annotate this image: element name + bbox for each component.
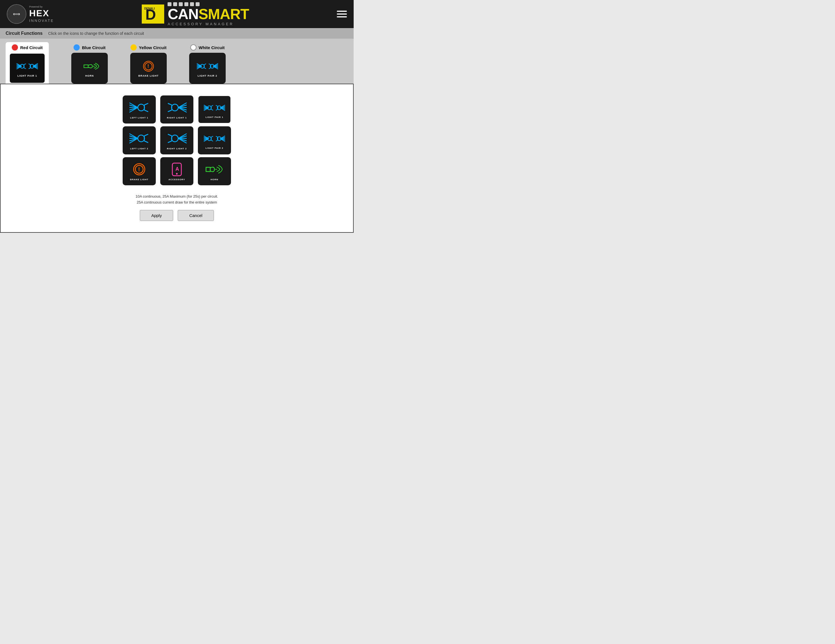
cansmart-text: CAN SMART ACCESSORY MANAGER (167, 2, 249, 26)
action-buttons: Apply Cancel (6, 210, 348, 221)
left-light-1-icon (128, 100, 150, 115)
blue-circuit-label: Blue Circuit (73, 44, 106, 50)
svg-line-54 (168, 110, 172, 112)
function-row-3: ! BRAKE LIGHT A ACCESSORY (123, 157, 231, 185)
white-dot (190, 44, 197, 50)
cansmart-logo: D DENALI CAN SMART ACCESSORY MANAGER (142, 2, 249, 26)
blue-circuit-card: HORN (71, 53, 108, 84)
tab-yellow-circuit[interactable]: Yellow Circuit ! BRAKE LIGHT (130, 44, 167, 84)
svg-point-83 (138, 135, 145, 142)
left-light-2-label: LEFT LIGHT 2 (130, 147, 148, 150)
svg-line-103 (211, 136, 213, 137)
left-light-1-card[interactable]: LEFT LIGHT 1 (123, 96, 156, 124)
light-pair-1-func-label: LIGHT PAIR 1 (205, 116, 223, 119)
svg-line-36 (209, 68, 211, 69)
blue-circuit-text: Blue Circuit (82, 45, 106, 50)
horn-icon-blue (80, 59, 99, 73)
svg-line-90 (168, 141, 172, 143)
light-pair-2-func-icon (203, 132, 226, 146)
tab-red-circuit-wrapper: Red Circuit (6, 42, 49, 84)
hex-brand-text: Powered by HEX INNOVATE (29, 5, 54, 23)
light-pair-1-card[interactable]: LIGHT PAIR 1 (198, 96, 231, 124)
svg-line-86 (144, 141, 148, 143)
hex-logo-circle: ⟺ (7, 4, 26, 24)
svg-point-47 (138, 104, 145, 111)
svg-line-71 (216, 105, 218, 106)
yellow-circuit-text: Yellow Circuit (139, 45, 166, 50)
left-light-2-card[interactable]: LEFT LIGHT 2 (123, 126, 156, 154)
svg-line-49 (144, 103, 148, 105)
circuit-functions-desc: Click on the icons to change the functio… (48, 31, 144, 36)
brake-light-func-icon: ! (129, 162, 149, 177)
dots-decoration (167, 2, 200, 6)
svg-line-10 (24, 64, 26, 65)
white-circuit-text: White Circuit (199, 45, 225, 50)
cancel-button[interactable]: Cancel (178, 210, 214, 221)
apply-button[interactable]: Apply (140, 210, 174, 221)
yellow-dot (130, 44, 137, 50)
hex-text: HEX (29, 8, 49, 18)
svg-line-15 (29, 68, 31, 69)
accessory-icon: A (168, 162, 185, 177)
blue-dot (73, 44, 80, 50)
tab-blue-circuit[interactable]: Blue Circuit HORN (71, 44, 108, 84)
brake-light-icon-yellow: ! (139, 59, 158, 73)
red-card-label: LIGHT PAIR 1 (18, 75, 37, 77)
svg-line-35 (209, 64, 211, 65)
left-light-2-icon (128, 131, 150, 146)
right-light-1-icon (166, 100, 188, 115)
svg-line-85 (144, 134, 148, 136)
right-light-1-card[interactable]: RIGHT LIGHT 1 (160, 96, 193, 124)
brand-logo: ⟺ Powered by HEX INNOVATE (7, 4, 54, 24)
brake-light-func-label: BRAKE LIGHT (130, 178, 148, 181)
svg-text:!: ! (147, 63, 149, 69)
tab-white-circuit[interactable]: White Circuit (189, 44, 226, 84)
accessory-func-label: ACCESSORY (168, 178, 185, 181)
brake-light-card[interactable]: ! BRAKE LIGHT (123, 157, 156, 185)
innovate-text: INNOVATE (29, 18, 54, 23)
svg-line-50 (144, 110, 148, 112)
accessory-manager-label: ACCESSORY MANAGER (167, 22, 249, 26)
left-light-1-label: LEFT LIGHT 1 (130, 117, 148, 119)
accessory-card[interactable]: A ACCESSORY (160, 157, 193, 185)
function-icon-grid: LEFT LIGHT 1 RIGHT LIGHT 1 (6, 90, 348, 191)
svg-point-87 (172, 135, 178, 142)
hamburger-line-1 (337, 11, 347, 12)
can-text: CAN (167, 7, 198, 21)
main-content-area: LEFT LIGHT 1 RIGHT LIGHT 1 (0, 84, 354, 233)
svg-line-67 (211, 105, 213, 106)
yellow-circuit-card: ! BRAKE LIGHT (130, 53, 167, 84)
svg-line-107 (216, 136, 218, 137)
light-pair-1-func-icon (203, 101, 226, 115)
denali-d-icon: D DENALI (143, 6, 163, 23)
tab-red-circuit[interactable]: Red Circuit (9, 44, 45, 84)
denali-box: D DENALI (142, 5, 164, 24)
right-light-2-label: RIGHT LIGHT 2 (167, 147, 187, 150)
svg-line-68 (211, 109, 213, 110)
svg-line-104 (211, 140, 213, 141)
svg-line-14 (29, 64, 31, 65)
horn-func-label: HORN (211, 178, 218, 181)
function-row-2: LEFT LIGHT 2 RIGHT LIGHT 2 (123, 126, 231, 154)
yellow-circuit-label: Yellow Circuit (130, 44, 166, 50)
info-line-1: 10A continuous, 25A Maximum (for 25s) pe… (6, 194, 348, 200)
info-line-2: 25A continuous current draw for the enti… (6, 200, 348, 205)
light-pair-2-card[interactable]: LIGHT PAIR 2 (198, 126, 231, 154)
function-row-1: LEFT LIGHT 1 RIGHT LIGHT 1 (123, 96, 231, 124)
svg-line-89 (168, 134, 172, 136)
svg-text:A: A (175, 166, 179, 172)
white-circuit-card: LIGHT PAIR 2 (189, 53, 226, 84)
red-circuit-card: LIGHT PAIR 1 (9, 53, 45, 84)
yellow-card-label: BRAKE LIGHT (138, 75, 159, 77)
svg-line-32 (204, 68, 206, 69)
right-light-2-card[interactable]: RIGHT LIGHT 2 (160, 126, 193, 154)
red-dot (12, 44, 18, 50)
hex-arrows-icon: ⟺ (13, 11, 20, 16)
right-light-1-label: RIGHT LIGHT 1 (167, 117, 187, 119)
svg-line-53 (168, 103, 172, 105)
hamburger-line-3 (337, 16, 347, 18)
menu-button[interactable] (337, 11, 347, 18)
horn-card[interactable]: HORN (198, 157, 231, 185)
white-card-label: LIGHT PAIR 2 (198, 75, 217, 77)
red-circuit-text: Red Circuit (20, 45, 43, 50)
